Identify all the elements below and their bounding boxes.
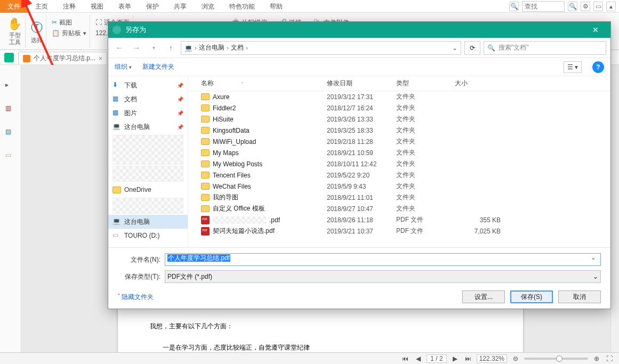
pin-icon: 📌	[177, 96, 183, 102]
dialog-search[interactable]: 🔍 搜索"文档"	[484, 41, 606, 55]
file-type: 文件夹	[396, 159, 455, 168]
menu-protect[interactable]: 保护	[139, 0, 166, 13]
breadcrumb-1[interactable]: 文档	[231, 43, 244, 52]
nav-forward-button[interactable]: →	[130, 41, 143, 55]
file-row[interactable]: Fiddler22018/12/7 16:24文件夹	[188, 102, 610, 114]
file-row[interactable]: HiSuite2019/3/26 13:33文件夹	[188, 114, 610, 125]
nav-up-button[interactable]: ↑	[164, 41, 178, 55]
filetype-select[interactable]: PDF文件 (*.pdf)⌄	[165, 270, 601, 283]
menu-file[interactable]: 文件	[0, 0, 28, 13]
menu-browse[interactable]: 浏览	[194, 0, 222, 13]
tree-documents[interactable]: ▦文档📌	[108, 92, 188, 106]
breadcrumb-dropdown-icon[interactable]: ⌄	[452, 44, 457, 52]
tree-pictures[interactable]: ▩图片📌	[108, 106, 188, 120]
zoom-indicator[interactable]: 122.32%	[477, 354, 507, 363]
menu-home[interactable]: 主页	[28, 0, 55, 13]
file-list-header[interactable]: 名称ˆ 修改日期 类型 大小	[188, 76, 610, 91]
col-size[interactable]: 大小	[455, 79, 519, 88]
folder-icon	[201, 127, 210, 134]
hand-tool[interactable]: ✋ 手型 工具	[4, 15, 26, 48]
file-row[interactable]: MiWiFi_Upload2019/2/18 11:28文件夹	[188, 136, 610, 147]
filename-input[interactable]: 个人年度学习总结.pdf⌄	[165, 253, 601, 266]
pc-icon: 💻	[112, 217, 121, 226]
file-row[interactable]: 我的导图2018/9/21 11:01文件夹	[188, 192, 610, 203]
dialog-titlebar[interactable]: 另存为 ✕	[108, 22, 610, 38]
file-row[interactable]: KingsoftData2019/3/25 18:33文件夹	[188, 125, 610, 136]
file-row[interactable]: 自定义 Office 模板2018/9/27 10:47文件夹	[188, 203, 610, 214]
col-type[interactable]: 类型	[396, 79, 455, 88]
bookmarks-icon[interactable]: ▥	[5, 104, 16, 115]
select-label: 选择	[31, 37, 43, 44]
comments-icon[interactable]: ▭	[5, 151, 16, 162]
file-row[interactable]: My Weblog Posts2018/10/11 12:42文件夹	[188, 158, 610, 169]
menu-help[interactable]: 帮助	[262, 0, 290, 13]
help-button[interactable]: ?	[592, 61, 604, 73]
search-icon[interactable]: 🔍	[509, 2, 519, 11]
file-name: KingsoftData	[213, 127, 250, 134]
page-indicator[interactable]: 1 / 2	[427, 354, 446, 363]
file-row[interactable]: Tencent Files2019/5/22 9:20文件夹	[188, 169, 610, 181]
save-button[interactable]: 保存(S)	[510, 290, 553, 303]
file-row[interactable]: 契诃夫短篇小说选.pdf2019/3/21 10:37PDF 文件7,025 K…	[188, 225, 610, 237]
file-row[interactable]: Axure2019/3/12 17:31文件夹	[188, 91, 610, 102]
breadcrumb[interactable]: 💻› 这台电脑› 文档› ⌄	[181, 41, 461, 55]
col-date[interactable]: 修改日期	[327, 79, 396, 88]
collapse-ribbon-icon[interactable]: ▴	[606, 2, 616, 11]
settings-icon[interactable]: ⚙	[581, 2, 590, 11]
col-name[interactable]: 名称	[201, 79, 214, 87]
folder-tree[interactable]: ⬇下载📌 ▦文档📌 ▩图片📌 💻这台电脑📌 OneDrive 💻这台电脑 ▭TO…	[108, 76, 188, 247]
prev-page-button[interactable]: ◀	[414, 355, 422, 362]
select-tool[interactable]: Ⓣ 选择	[28, 15, 46, 48]
refresh-button[interactable]: ⟳	[464, 41, 480, 55]
pages-icon[interactable]: ▤	[5, 128, 16, 139]
menu-share[interactable]: 共享	[166, 0, 194, 13]
statusbar: ⏮ ◀ 1 / 2 ▶ ⏭ 122.32% ⊖ ⊕ ⛶	[0, 352, 619, 364]
file-row[interactable]: .pdf2018/9/26 11:18PDF 文件355 KB	[188, 214, 610, 225]
menu-annotate[interactable]: 注释	[55, 0, 83, 13]
search-go-icon[interactable]: 🔍	[568, 2, 577, 11]
clipboard-button[interactable]: 📋剪贴板 ▾	[52, 28, 86, 38]
cancel-button[interactable]: 取消	[558, 290, 601, 303]
menubar-search[interactable]	[522, 1, 565, 12]
settings-button[interactable]: 设置...	[462, 290, 505, 303]
vertical-scrollbar[interactable]	[610, 65, 619, 352]
zoom-in-button[interactable]: ⊕	[592, 355, 601, 362]
file-row[interactable]: My Maps2018/9/21 10:59文件夹	[188, 147, 610, 158]
file-size: 7,025 KB	[455, 228, 519, 235]
tree-downloads[interactable]: ⬇下载📌	[108, 78, 188, 92]
nav-history-button[interactable]: ▾	[147, 41, 160, 55]
menu-features[interactable]: 特色功能	[222, 0, 262, 13]
next-page-button[interactable]: ▶	[451, 355, 460, 362]
menu-form[interactable]: 表单	[111, 0, 139, 13]
document-tab[interactable]: 个人年度学习总结.p... ×	[18, 52, 107, 64]
screenshot-label: 截图	[59, 18, 72, 27]
zoom-out-button[interactable]: ⊖	[511, 355, 520, 362]
tree-this-pc-pin[interactable]: 💻这台电脑📌	[108, 120, 188, 134]
tab-close-icon[interactable]: ×	[99, 55, 102, 62]
file-size: 355 KB	[455, 216, 519, 224]
new-folder-button[interactable]: 新建文件夹	[142, 62, 174, 71]
style-icon[interactable]: ▭	[593, 2, 603, 11]
tree-touro-drive[interactable]: ▭TOURO (D:)	[108, 229, 188, 242]
nav-back-button[interactable]: ←	[112, 41, 126, 55]
last-page-button[interactable]: ⏭	[464, 355, 472, 362]
dialog-body: ⬇下载📌 ▦文档📌 ▩图片📌 💻这台电脑📌 OneDrive 💻这台电脑 ▭TO…	[108, 76, 610, 247]
organize-button[interactable]: 组织	[115, 62, 132, 71]
first-page-button[interactable]: ⏮	[401, 355, 409, 362]
menu-view[interactable]: 视图	[83, 0, 111, 13]
file-date: 2018/9/27 10:47	[327, 205, 396, 213]
page-line-2: 一是在学习方面，态度比较端正，自觉遵守课堂纪律	[150, 337, 491, 352]
hide-folders-toggle[interactable]: ˆ 隐藏文件夹	[118, 293, 154, 302]
file-row[interactable]: WeChat Files2019/5/9 9:43文件夹	[188, 181, 610, 192]
dialog-close-button[interactable]: ✕	[585, 26, 606, 34]
tree-onedrive[interactable]: OneDrive	[108, 183, 188, 197]
zoom-slider[interactable]	[524, 358, 588, 360]
tree-this-pc[interactable]: 💻这台电脑	[108, 215, 188, 229]
file-date: 2018/12/7 16:24	[327, 104, 396, 112]
screenshot-button[interactable]: ✂截图	[52, 17, 72, 28]
filename-dropdown-icon[interactable]: ⌄	[589, 254, 598, 261]
fullscreen-button[interactable]: ⛶	[605, 355, 614, 362]
breadcrumb-0[interactable]: 这台电脑	[199, 43, 224, 52]
sidebar-toggle-icon[interactable]: ▸	[5, 81, 16, 92]
view-mode-button[interactable]: ☰ ▾	[564, 61, 582, 73]
